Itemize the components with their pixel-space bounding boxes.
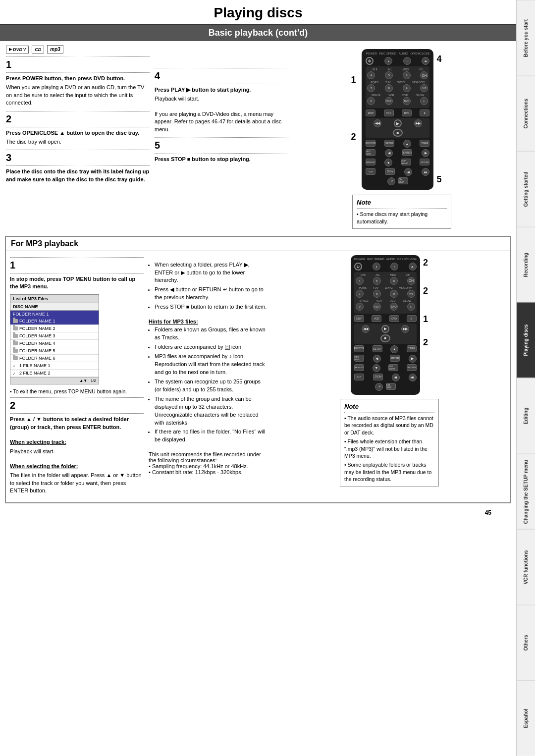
sidebar-tab-connections[interactable]: Connections: [517, 76, 535, 152]
r2-right-btn[interactable]: ▶: [409, 355, 417, 363]
fwd-btn[interactable]: ▶▶: [414, 119, 422, 127]
mp3-menu-footer: ▲▼ 1/2: [10, 377, 99, 384]
r2-slow-btn[interactable]: ▷: [407, 303, 415, 311]
r2-recmon-btn[interactable]: REC MON: [354, 355, 364, 362]
zoom-btn[interactable]: ZOOM: [385, 168, 395, 175]
note2-text3: • Some unplayable folders or tracks may …: [344, 461, 434, 483]
r2-skipback-btn[interactable]: ⏮: [392, 374, 400, 381]
stop-btn[interactable]: ■: [393, 129, 403, 137]
r2-btn5[interactable]: 5: [373, 277, 381, 285]
menlist-btn[interactable]: MEN/LIST: [366, 159, 375, 165]
r2-play-btn[interactable]: ▶: [381, 325, 389, 333]
r2-clear-btn[interactable]: CLR: [354, 374, 364, 380]
recotdr-btn[interactable]: REC/OTR: [366, 140, 375, 147]
enter-btn[interactable]: ENTER: [402, 149, 412, 156]
r2-audio-btn[interactable]: ♪: [390, 263, 398, 270]
r2-openclose-btn[interactable]: ⏏: [409, 263, 417, 270]
r2-btn0[interactable]: 0: [356, 303, 364, 311]
r2-btn7[interactable]: 7: [356, 290, 364, 298]
display-btn[interactable]: DISP: [366, 109, 375, 116]
step4: 4 Press PLAY ▶ button to start playing. …: [155, 70, 288, 133]
sidebar-tab-vcr[interactable]: VCR functions: [517, 529, 535, 605]
sidebar-tab-playing-discs[interactable]: Playing discs: [517, 302, 535, 378]
r2-stop-btn[interactable]: ■: [380, 334, 390, 342]
sidebar-tab-espanol[interactable]: Español: [517, 680, 535, 756]
r2-menlist-btn[interactable]: MEN/LIST: [354, 364, 364, 371]
rec-speed-button[interactable]: ●: [384, 57, 392, 65]
space-label: SPACE: [372, 94, 380, 97]
play-btn[interactable]: ▶: [394, 119, 402, 127]
sidebar-tab-setup[interactable]: Changing the SETUP menu: [517, 454, 535, 530]
right-btn[interactable]: ▶: [422, 149, 429, 157]
clear-btn[interactable]: CLR: [366, 168, 375, 175]
cmskip-btn[interactable]: CM SKIP: [398, 177, 408, 184]
r2-timer-btn[interactable]: TIMER: [407, 345, 417, 352]
r2-pause-btn[interactable]: ⏸: [407, 315, 417, 322]
open-close-button[interactable]: ⏏: [422, 57, 429, 65]
r2-vcr2-btn[interactable]: VCR: [372, 315, 381, 322]
r2-rew-btn[interactable]: ◀◀: [362, 325, 370, 333]
r2-skipfwd-btn[interactable]: ⏭: [409, 374, 417, 381]
r2-power-btn[interactable]: ⏻: [354, 263, 362, 270]
videotv-btn[interactable]: V/T: [420, 84, 428, 92]
r2-cmskip-btn[interactable]: CM SKIP: [386, 383, 396, 390]
r2-left-btn[interactable]: ◀: [373, 355, 381, 363]
r2-recotdr-btn[interactable]: REC/OTR: [354, 345, 364, 352]
timerprog-btn[interactable]: TIMER: [420, 140, 429, 147]
down-btn[interactable]: ▼: [384, 159, 392, 166]
btn-4[interactable]: 4: [367, 71, 375, 79]
sidebar-tab-recording[interactable]: Recording: [517, 227, 535, 303]
recmonitor-btn[interactable]: REC MON: [366, 149, 375, 156]
vcr-btn[interactable]: VCR: [385, 97, 393, 105]
btn-6[interactable]: 6: [403, 71, 411, 79]
r2-ch-btn[interactable]: CH: [407, 277, 415, 285]
r2-down-btn[interactable]: ▼: [373, 364, 380, 372]
setup-btn[interactable]: SETUP: [384, 140, 394, 147]
r2-enter-btn[interactable]: ENTER: [390, 355, 400, 362]
step4-heading: Press PLAY ▶ button to start playing.: [155, 86, 288, 94]
r2-zoom-btn[interactable]: ZOOM: [373, 374, 383, 380]
rew-btn[interactable]: ◀◀: [374, 119, 381, 127]
sidebar-tab-getting-started[interactable]: Getting started: [517, 151, 535, 227]
vcr-label: VCR: [388, 94, 394, 97]
dvd-btn[interactable]: DVD: [403, 97, 411, 105]
slow-btn[interactable]: ▷: [420, 97, 428, 105]
sidebar-tab-others[interactable]: Others: [517, 605, 535, 681]
vcr2-btn[interactable]: VCR: [384, 109, 394, 116]
audio-button[interactable]: ♪: [403, 57, 411, 65]
sidebar-tab-before-start[interactable]: Before you start: [517, 0, 535, 76]
pause-btn[interactable]: ⏸: [420, 109, 429, 116]
r2-btn8[interactable]: 8: [373, 290, 381, 298]
power-button[interactable]: ⏻: [366, 57, 374, 65]
r2-topmenu-btn[interactable]: TOP MENU: [388, 364, 398, 371]
dvd2-btn[interactable]: DVD: [402, 109, 412, 116]
r2-up-btn[interactable]: ▲: [390, 345, 398, 353]
r2-dvd-btn[interactable]: DVD: [390, 303, 398, 311]
r2-setup-btn[interactable]: SETUP: [373, 345, 382, 352]
voice-btn[interactable]: 🎤: [387, 177, 395, 185]
btn-0[interactable]: 0: [367, 97, 375, 105]
topmenu-btn[interactable]: TOP MENU: [401, 159, 411, 165]
ch-btn[interactable]: CH: [420, 71, 428, 79]
skip-fwd-btn[interactable]: ⏭: [422, 168, 429, 176]
r2-fwd-btn[interactable]: ▶▶: [401, 325, 409, 333]
up-btn[interactable]: ▲: [403, 140, 411, 148]
btn-7[interactable]: 7: [367, 84, 375, 92]
btn-5[interactable]: 5: [385, 71, 393, 79]
r2-vt-btn[interactable]: V/T: [407, 290, 415, 298]
r2-btn4[interactable]: 4: [356, 277, 364, 285]
left-btn[interactable]: ◀: [385, 149, 393, 157]
r2-vcr-btn[interactable]: VCR: [373, 303, 381, 311]
r2-btn9[interactable]: 9: [390, 290, 398, 298]
r2-disp-btn[interactable]: DISP: [354, 315, 364, 322]
btn-8[interactable]: 8: [385, 84, 393, 92]
r2-return-btn[interactable]: RETURN: [407, 364, 417, 371]
r2-recspeed-btn[interactable]: ●: [373, 263, 380, 270]
btn-9[interactable]: 9: [403, 84, 411, 92]
sidebar-tab-editing[interactable]: Editing: [517, 378, 535, 454]
r2-voice-btn[interactable]: 🎤: [375, 383, 383, 391]
r2-btn6[interactable]: 6: [390, 277, 398, 285]
skip-back-btn[interactable]: ⏮: [404, 168, 412, 176]
return-btn[interactable]: RETURN: [420, 159, 429, 165]
r2-dvd2-btn[interactable]: DVD: [389, 315, 399, 322]
